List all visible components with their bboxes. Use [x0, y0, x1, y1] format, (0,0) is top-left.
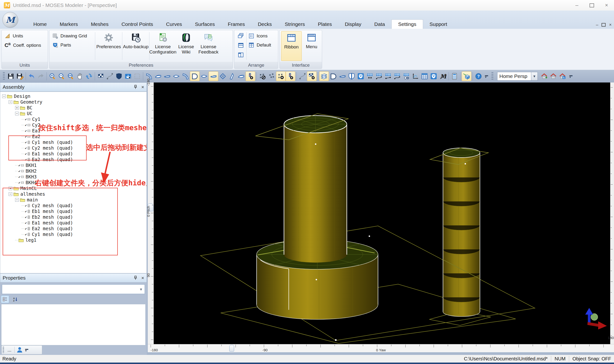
maximize-button[interactable] [584, 0, 599, 10]
tree-item-ea2-mesh-quad-[interactable]: ✔Ea2 mesh (quad) [0, 156, 146, 162]
toolbar-grip[interactable] [3, 347, 4, 353]
tree-item-ea2-mesh-quad-[interactable]: ✔Ea2 mesh (quad) [0, 226, 146, 231]
plot-axes-button[interactable] [411, 72, 420, 81]
tab-surfaces[interactable]: Surfaces [188, 20, 221, 29]
surfaces-stack-button[interactable] [319, 71, 329, 81]
join-curves-button[interactable] [105, 72, 114, 81]
pitch-slider-ruler[interactable]: -1800 Pitch90 [148, 82, 154, 344]
surface-lens-button[interactable] [172, 72, 181, 81]
zoom-extents-button[interactable] [66, 72, 75, 81]
tab-control-points[interactable]: Control Points [115, 20, 159, 29]
license-feedback-button[interactable]: License Feedback [196, 31, 221, 61]
points-show-button[interactable] [276, 71, 286, 81]
tab-curves[interactable]: Curves [159, 20, 188, 29]
close-panel-icon[interactable]: × [141, 84, 144, 90]
parts-button[interactable]: Parts [52, 42, 93, 48]
tab-meshes[interactable]: Meshes [84, 20, 115, 29]
close-button[interactable]: × [599, 0, 614, 10]
mdi-restore-button[interactable] [601, 23, 606, 27]
curve-points-button[interactable] [298, 72, 307, 81]
toolbar-grip[interactable] [3, 72, 5, 80]
mesh-button[interactable] [96, 72, 105, 81]
coeff-options-button[interactable]: CB Coeff. options [5, 42, 41, 48]
view-toolbar-grip[interactable] [491, 72, 493, 80]
collapse-icon[interactable]: − [2, 94, 6, 98]
chevron-down-icon[interactable]: ▼ [137, 285, 145, 294]
tab-decks[interactable]: Decks [251, 20, 278, 29]
surface-knife-button[interactable] [227, 72, 236, 81]
mdi-close-button[interactable]: × [609, 22, 612, 27]
tree-item-bkh2[interactable]: ✔BKH2 [0, 168, 146, 174]
tree-item-main[interactable]: −main [0, 197, 146, 203]
tree-item-maincl[interactable]: +MainCL [0, 185, 146, 191]
zoom-out-button[interactable] [57, 72, 66, 81]
tree-item-uc[interactable]: −UC [0, 111, 146, 116]
collapse-icon[interactable]: − [9, 192, 12, 196]
home-view-button[interactable] [549, 72, 558, 81]
panel-stripe-button[interactable] [347, 72, 356, 81]
tab-support[interactable]: Support [423, 20, 454, 29]
collapse-icon[interactable]: − [15, 112, 19, 115]
tree-item-eb1-mesh-quad-[interactable]: ✔Eb1 mesh (quad) [0, 208, 146, 214]
table-curve-button[interactable] [374, 72, 383, 81]
view-properties-button[interactable] [558, 72, 567, 81]
save-as-button[interactable] [15, 72, 25, 81]
view-selector[interactable]: Home Persp ▼ [497, 72, 538, 80]
pin-icon[interactable] [134, 85, 137, 89]
points-visibility-button[interactable] [286, 71, 295, 81]
expand-icon[interactable]: + [9, 187, 12, 190]
data-table-button[interactable] [420, 72, 429, 81]
tree-item-geometry[interactable]: −Geometry [0, 99, 146, 105]
surface-d-flat-button[interactable] [209, 71, 218, 81]
drawing-grid-button[interactable]: Drawing Grid [52, 33, 93, 39]
selection-frame-button[interactable] [133, 72, 142, 81]
tree-item-bkh4[interactable]: ✔BKH4 [0, 180, 146, 185]
mesh-visibility-button[interactable] [307, 71, 317, 81]
ribbon-mode-button[interactable]: Ribbon [281, 31, 302, 61]
tree-item-design[interactable]: −Design [0, 93, 146, 99]
icons-button[interactable]: Icons [248, 33, 271, 39]
save-button[interactable] [6, 72, 15, 81]
default-button[interactable]: Default [248, 42, 271, 48]
collapse-icon[interactable]: − [15, 198, 19, 202]
tree-item-bc[interactable]: +BC [0, 105, 146, 111]
tree-item-cy2-mesh-quad-[interactable]: ✔Cy2 mesh (quad) [0, 203, 146, 208]
points-add-button[interactable] [267, 72, 276, 81]
tree-item-ea1-mesh-quad-[interactable]: ✔Ea1 mesh (quad) [0, 220, 146, 226]
panel-box-button[interactable] [356, 72, 365, 81]
application-menu-button[interactable]: M [2, 12, 18, 28]
tree-item-cy2-mesh-quad-[interactable]: ✔Cy2 mesh (quad) [0, 145, 146, 151]
calculator-button[interactable] [450, 72, 459, 81]
yaw-slider-ruler[interactable]: -180-900 Yaw [148, 344, 614, 352]
yaw-slider-thumb[interactable] [229, 345, 234, 351]
sort-alphabetical-button[interactable]: AZ [12, 296, 19, 303]
vessel-button[interactable] [124, 72, 133, 81]
surface-curve-button[interactable] [236, 72, 246, 81]
tab-markers[interactable]: Markers [53, 20, 84, 29]
tab-settings[interactable]: Settings [392, 19, 423, 29]
tile-horizontal-button[interactable] [238, 42, 244, 49]
surface-flat-button[interactable] [163, 72, 172, 81]
surface-trim-button[interactable] [181, 72, 190, 81]
redo-button[interactable] [36, 72, 45, 81]
surface-d-button[interactable] [190, 71, 199, 81]
table-points-button[interactable] [365, 72, 374, 81]
table-line-button[interactable] [383, 72, 393, 81]
tree-item-cy2[interactable]: ✔Cy2 [0, 122, 146, 128]
mini-toolbar-overflow-icon[interactable]: ▬▾ [25, 348, 28, 352]
zoom-in-button[interactable] [48, 72, 57, 81]
tile-vertical-button[interactable] [238, 52, 244, 59]
categorized-view-button[interactable] [1, 295, 9, 303]
view-toolbar-overflow-icon[interactable]: ▬▾ [569, 74, 573, 78]
tab-display[interactable]: Display [339, 20, 368, 29]
surface-plain-button[interactable] [338, 72, 347, 81]
person-button[interactable] [16, 346, 24, 354]
tree-item-ea1[interactable]: ✔Ea1 [0, 128, 146, 134]
surface-diamond-button[interactable] [218, 72, 227, 81]
add-view-button[interactable] [540, 72, 549, 81]
collapse-icon[interactable]: − [9, 100, 12, 104]
toolbar-overflow-icon[interactable]: ▬▾ [485, 74, 488, 78]
help-button[interactable]: ? [474, 72, 483, 81]
table-panel-button[interactable] [402, 72, 411, 81]
tree-item-eb2-mesh-quad-[interactable]: ✔Eb2 mesh (quad) [0, 214, 146, 220]
